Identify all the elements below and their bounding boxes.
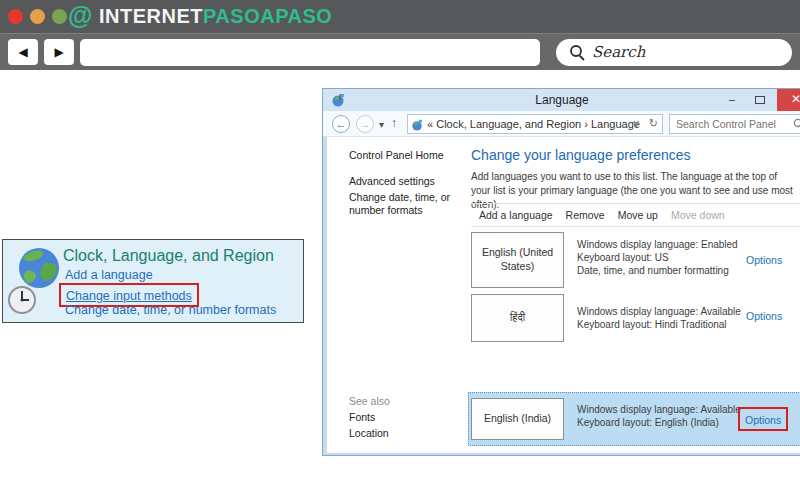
add-a-language-button[interactable]: Add a language [479,209,553,221]
brand-logo-icon: @ [68,1,92,30]
sidebar-item-fonts[interactable]: Fonts [349,411,375,423]
detail-line: Date, time, and number formatting [577,264,738,277]
browser-forward-button[interactable]: ▶ [44,39,74,65]
browser-nav-bar: ◀ ▶ Search [0,33,800,70]
sidebar-item-change-formats[interactable]: Change date, time, or number formats [349,191,471,217]
options-link-english-us[interactable]: Options [746,254,782,266]
minimize-button[interactable]: – [719,89,745,111]
sidebar-item-control-panel-home[interactable]: Control Panel Home [349,149,444,161]
up-icon[interactable]: ↑ [391,116,397,130]
page-title: Change your language preferences [471,147,691,163]
breadcrumb-separator-icon: › [584,118,588,130]
traffic-light-orange-icon[interactable] [30,9,45,24]
browser-search-label: Search [592,43,645,61]
clock-language-region-panel: Clock, Language, and Region Add a langua… [2,239,304,323]
maximize-icon [755,96,765,104]
sidebar-item-location[interactable]: Location [349,427,389,439]
maximize-button[interactable] [747,89,773,111]
brand-logo-text: INTERNETPASOAPASO [99,5,332,28]
traffic-light-green-icon[interactable] [52,9,67,24]
options-highlight-box: Options [738,407,788,431]
detail-line: Keyboard layout: Hindi Traditional [577,318,741,331]
breadcrumb-bar[interactable]: « Clock, Language, and Region › Language… [407,114,663,134]
options-link-hindi[interactable]: Options [746,310,782,322]
add-a-language-link[interactable]: Add a language [65,268,153,282]
brand-word-pasoapaso: PASOAPASO [203,5,332,27]
change-input-methods-link[interactable]: Change input methods [66,289,192,303]
browser-back-button[interactable]: ◀ [8,39,38,65]
change-date-time-formats-link[interactable]: Change date, time, or number formats [65,303,276,317]
detail-line: Windows display language: Available [577,305,741,318]
browser-top-bar: @ INTERNETPASOAPASO [0,0,800,33]
language-details-english-india: Windows display language: Available Keyb… [577,403,741,429]
back-icon[interactable]: ← [332,115,350,133]
detail-line: Keyboard layout: US [577,251,738,264]
globe-clock-icon [8,245,62,319]
brand-word-internet: INTERNET [99,5,203,27]
traffic-light-red-icon[interactable] [8,9,23,24]
close-button[interactable]: ✕ [777,89,800,111]
sidebar-item-advanced-settings[interactable]: Advanced settings [349,175,435,187]
move-up-button[interactable]: Move up [618,209,658,221]
browser-search-box[interactable]: Search [556,39,792,66]
recent-pages-dropdown-icon[interactable]: ▾ [379,119,384,130]
language-tile-hindi[interactable]: हिंदी [471,294,564,342]
detail-line: Windows display language: Enabled [577,238,738,251]
forward-icon[interactable]: → [356,115,374,133]
breadcrumb-location-icon [411,119,423,131]
window-navigation-bar: ← → ▾ ↑ « Clock, Language, and Region › … [323,111,800,137]
browser-address-input[interactable] [80,39,540,66]
search-icon [569,44,586,61]
language-details-english-us: Windows display language: Enabled Keyboa… [577,238,738,278]
language-list-toolbar: Add a language Remove Move up Move down [471,203,800,227]
breadcrumb: « Clock, Language, and Region › Language [427,118,640,130]
address-dropdown-icon[interactable]: ∨ [632,117,640,130]
refresh-icon[interactable]: ↻ [649,117,658,130]
see-also-header: See also [349,395,390,407]
move-down-button[interactable]: Move down [671,209,725,221]
breadcrumb-prefix: « [427,118,433,130]
remove-button[interactable]: Remove [566,209,605,221]
detail-line: Windows display language: Available [577,403,741,416]
detail-line: Keyboard layout: English (India) [577,416,741,429]
category-title[interactable]: Clock, Language, and Region [63,247,274,265]
language-tile-english-india[interactable]: English (India) [471,398,564,440]
window-content: Control Panel Home Advanced settings Cha… [327,137,800,453]
breadcrumb-crumb-region[interactable]: Clock, Language, and Region [436,118,581,130]
control-panel-search-icon [793,118,800,130]
language-window: Language – ✕ ← → ▾ ↑ « Clock, Language, … [322,88,800,456]
window-title-bar[interactable]: Language – ✕ [323,89,800,111]
language-tile-english-us[interactable]: English (United States) [471,232,564,288]
language-details-hindi: Windows display language: Available Keyb… [577,305,741,331]
options-link-english-india[interactable]: Options [745,414,781,426]
control-panel-search-input[interactable] [669,114,800,134]
